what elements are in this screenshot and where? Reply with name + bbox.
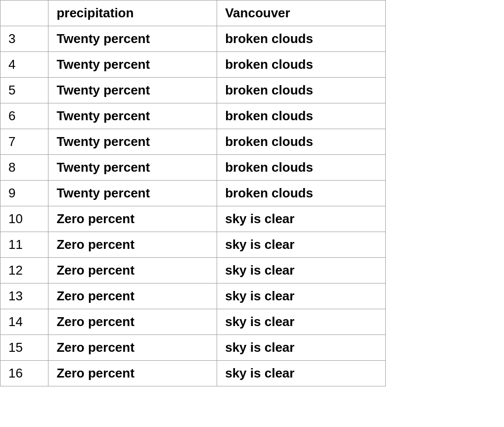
- table-row: 4Twenty percentbroken clouds: [0, 52, 386, 78]
- table-row: 12Zero percentsky is clear: [0, 258, 386, 284]
- table-container: precipitation Vancouver 3Twenty percentb…: [0, 0, 504, 386]
- cell-row-number: 8: [0, 155, 48, 181]
- cell-vancouver: broken clouds: [217, 181, 386, 206]
- cell-row-number: 12: [0, 258, 48, 284]
- cell-vancouver: sky is clear: [217, 309, 386, 335]
- cell-vancouver: broken clouds: [217, 78, 386, 103]
- cell-vancouver: broken clouds: [217, 155, 386, 181]
- col-header-row: [0, 0, 48, 26]
- cell-row-number: 16: [0, 361, 48, 386]
- cell-row-number: 9: [0, 181, 48, 206]
- cell-row-number: 13: [0, 284, 48, 309]
- cell-row-number: 3: [0, 26, 48, 52]
- table-row: 7Twenty percentbroken clouds: [0, 129, 386, 155]
- col-header-precipitation: precipitation: [48, 0, 217, 26]
- cell-vancouver: broken clouds: [217, 52, 386, 78]
- cell-vancouver: sky is clear: [217, 284, 386, 309]
- cell-row-number: 5: [0, 78, 48, 103]
- table-row: 8Twenty percentbroken clouds: [0, 155, 386, 181]
- cell-vancouver: sky is clear: [217, 361, 386, 386]
- col-header-vancouver: Vancouver: [217, 0, 386, 26]
- cell-precipitation: Zero percent: [48, 335, 217, 361]
- cell-row-number: 11: [0, 232, 48, 258]
- cell-vancouver: sky is clear: [217, 258, 386, 284]
- cell-row-number: 7: [0, 129, 48, 155]
- cell-precipitation: Twenty percent: [48, 52, 217, 78]
- cell-row-number: 6: [0, 103, 48, 129]
- table-row: 11Zero percentsky is clear: [0, 232, 386, 258]
- cell-precipitation: Zero percent: [48, 206, 217, 232]
- cell-precipitation: Twenty percent: [48, 103, 217, 129]
- cell-vancouver: sky is clear: [217, 335, 386, 361]
- cell-precipitation: Twenty percent: [48, 181, 217, 206]
- cell-vancouver: sky is clear: [217, 206, 386, 232]
- table-row: 14Zero percentsky is clear: [0, 309, 386, 335]
- table-row: 9Twenty percentbroken clouds: [0, 181, 386, 206]
- cell-row-number: 4: [0, 52, 48, 78]
- cell-vancouver: broken clouds: [217, 26, 386, 52]
- table-row: 16Zero percentsky is clear: [0, 361, 386, 386]
- table-header-row: precipitation Vancouver: [0, 0, 386, 26]
- cell-precipitation: Twenty percent: [48, 129, 217, 155]
- table-row: 3Twenty percentbroken clouds: [0, 26, 386, 52]
- cell-row-number: 10: [0, 206, 48, 232]
- table-row: 5Twenty percentbroken clouds: [0, 78, 386, 103]
- cell-precipitation: Zero percent: [48, 258, 217, 284]
- cell-precipitation: Zero percent: [48, 232, 217, 258]
- cell-row-number: 15: [0, 335, 48, 361]
- cell-vancouver: broken clouds: [217, 129, 386, 155]
- table-row: 6Twenty percentbroken clouds: [0, 103, 386, 129]
- cell-precipitation: Twenty percent: [48, 155, 217, 181]
- table-row: 15Zero percentsky is clear: [0, 335, 386, 361]
- cell-precipitation: Zero percent: [48, 361, 217, 386]
- table-row: 10Zero percentsky is clear: [0, 206, 386, 232]
- cell-vancouver: broken clouds: [217, 103, 386, 129]
- cell-vancouver: sky is clear: [217, 232, 386, 258]
- weather-table: precipitation Vancouver 3Twenty percentb…: [0, 0, 386, 386]
- table-row: 13Zero percentsky is clear: [0, 284, 386, 309]
- cell-precipitation: Zero percent: [48, 309, 217, 335]
- cell-precipitation: Twenty percent: [48, 78, 217, 103]
- cell-precipitation: Twenty percent: [48, 26, 217, 52]
- cell-row-number: 14: [0, 309, 48, 335]
- cell-precipitation: Zero percent: [48, 284, 217, 309]
